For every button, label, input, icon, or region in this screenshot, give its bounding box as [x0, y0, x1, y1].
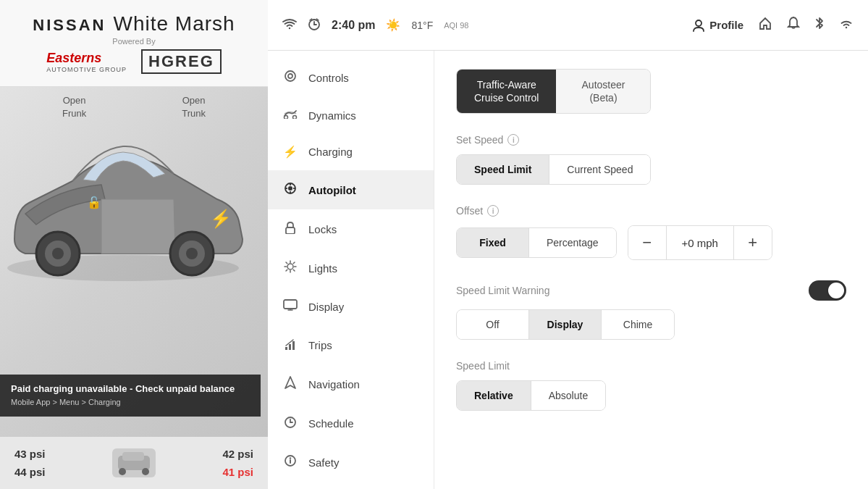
slw-chime-btn[interactable]: Chime	[602, 310, 674, 339]
speed-limit-warning-btn-group: Off Display Chime	[456, 309, 675, 340]
set-speed-title: Set Speed i	[456, 134, 846, 146]
white-marsh-label: White Marsh	[113, 12, 235, 35]
header-right: Profile	[692, 16, 854, 34]
svg-rect-29	[286, 227, 295, 234]
svg-point-22	[293, 116, 297, 120]
sidebar: Controls Dynamics ⚡ Charging	[268, 51, 434, 489]
charging-icon: ⚡	[282, 145, 298, 159]
aqi-display: AQI 98	[444, 21, 468, 30]
tab-autosteer[interactable]: Autosteer(Beta)	[556, 70, 650, 113]
sidebar-item-dynamics[interactable]: Dynamics	[268, 97, 434, 133]
bell-icon[interactable]	[787, 16, 800, 34]
svg-text:⚡: ⚡	[210, 208, 232, 229]
offset-info-icon[interactable]: i	[487, 205, 499, 217]
speed-limit-warning-title: Speed Limit Warning	[456, 285, 549, 296]
svg-point-3	[52, 248, 64, 259]
sidebar-item-lights[interactable]: Lights	[268, 248, 434, 288]
offset-section: Offset i Fixed Percentage − +0 mph +	[456, 205, 846, 260]
sidebar-item-schedule[interactable]: Schedule	[268, 404, 434, 443]
profile-label: Profile	[709, 19, 743, 31]
lights-icon	[282, 260, 298, 276]
sidebar-item-service[interactable]: Service	[268, 482, 434, 489]
set-speed-section: Set Speed i Speed Limit Current Speed	[456, 134, 846, 185]
car-image: ⚡ 🔓	[0, 94, 261, 340]
svg-point-21	[285, 116, 288, 120]
slw-off-btn[interactable]: Off	[457, 310, 529, 339]
weather-icon: ☀️	[386, 18, 400, 32]
absolute-btn[interactable]: Absolute	[531, 381, 605, 410]
svg-point-50	[290, 457, 291, 459]
sidebar-safety-label: Safety	[308, 456, 340, 469]
background-panel: NISSAN White Marsh Powered By Easterns A…	[0, 0, 268, 489]
weather-display: 81°F	[411, 20, 433, 31]
autopilot-icon	[282, 182, 298, 198]
svg-point-20	[288, 74, 292, 78]
svg-rect-43	[289, 344, 291, 350]
bluetooth-icon[interactable]	[814, 16, 825, 34]
offset-title: Offset i	[456, 205, 846, 217]
sidebar-autopilot-label: Autopilot	[308, 184, 356, 196]
sidebar-item-safety[interactable]: Safety	[268, 443, 434, 482]
dealer-top-bar: NISSAN White Marsh Powered By Easterns A…	[0, 0, 268, 87]
speed-limit-section: Speed Limit Relative Absolute	[456, 360, 846, 411]
charging-warning: Paid charging unavailable - Check unpaid…	[0, 375, 261, 417]
charging-warning-title: Paid charging unavailable - Check unpaid…	[11, 382, 250, 397]
dynamics-icon	[282, 109, 298, 122]
profile-button[interactable]: Profile	[692, 19, 743, 32]
svg-line-35	[286, 262, 287, 264]
time-display: 2:40 pm	[332, 19, 375, 32]
easterns-sub: AUTOMOTIVE GROUP	[46, 66, 127, 73]
offset-btn-group: Fixed Percentage	[456, 227, 617, 258]
sidebar-item-autopilot[interactable]: Autopilot	[268, 170, 434, 209]
slw-display-btn[interactable]: Display	[529, 310, 602, 339]
sidebar-locks-label: Locks	[308, 223, 337, 235]
wifi-header-icon[interactable]	[839, 17, 854, 33]
sidebar-display-label: Display	[308, 301, 344, 313]
sidebar-item-navigation[interactable]: Navigation	[268, 364, 434, 404]
svg-rect-10	[122, 452, 144, 461]
front-left-pressure: 43 psi	[14, 448, 46, 460]
tab-tacc[interactable]: Traffic-AwareCruise Control	[457, 70, 556, 113]
sidebar-trips-label: Trips	[308, 339, 332, 351]
hgreg-logo: HGREG	[141, 49, 222, 74]
home-icon[interactable]	[758, 16, 772, 34]
set-speed-btn-group: Speed Limit Current Speed	[456, 154, 651, 185]
speed-limit-warning-toggle[interactable]	[809, 280, 846, 301]
sidebar-dynamics-label: Dynamics	[308, 109, 356, 122]
svg-point-18	[696, 20, 701, 26]
current-speed-btn[interactable]: Current Speed	[549, 155, 650, 184]
front-right-pressure: 42 psi	[222, 448, 253, 460]
tire-pressures: 43 psi 44 psi 42 psi 41 psi	[0, 437, 268, 489]
offset-minus-btn[interactable]: −	[628, 226, 666, 259]
rear-right-pressure: 41 psi	[222, 466, 253, 478]
svg-rect-44	[292, 341, 295, 350]
fixed-btn[interactable]: Fixed	[457, 228, 529, 257]
sidebar-item-trips[interactable]: Trips	[268, 325, 434, 364]
offset-plus-btn[interactable]: +	[734, 226, 772, 259]
trips-icon	[282, 337, 298, 353]
controls-icon	[282, 70, 298, 85]
percentage-btn[interactable]: Percentage	[529, 228, 616, 257]
sidebar-item-charging[interactable]: ⚡ Charging	[268, 133, 434, 170]
alarm-icon	[308, 17, 321, 33]
relative-btn[interactable]: Relative	[457, 381, 531, 410]
sidebar-item-locks[interactable]: Locks	[268, 209, 434, 248]
charging-warning-sub: Mobile App > Menu > Charging	[11, 396, 250, 409]
locks-icon	[282, 221, 298, 237]
svg-point-11	[119, 468, 126, 475]
sidebar-item-display[interactable]: Display	[268, 288, 434, 325]
schedule-icon	[282, 415, 298, 431]
set-speed-info-icon[interactable]: i	[507, 134, 519, 146]
sidebar-lights-label: Lights	[308, 262, 337, 275]
sidebar-item-controls[interactable]: Controls	[268, 58, 434, 97]
sidebar-controls-label: Controls	[308, 72, 349, 84]
main-content: Controls Dynamics ⚡ Charging	[268, 51, 868, 489]
svg-line-37	[293, 262, 295, 264]
easterns-logo: Easterns	[46, 51, 127, 66]
sidebar-schedule-label: Schedule	[308, 417, 354, 430]
speed-limit-btn[interactable]: Speed Limit	[457, 155, 549, 184]
svg-line-36	[293, 269, 295, 271]
offset-stepper: − +0 mph +	[628, 225, 772, 260]
svg-text:🔓: 🔓	[87, 196, 101, 209]
svg-point-30	[287, 264, 293, 269]
